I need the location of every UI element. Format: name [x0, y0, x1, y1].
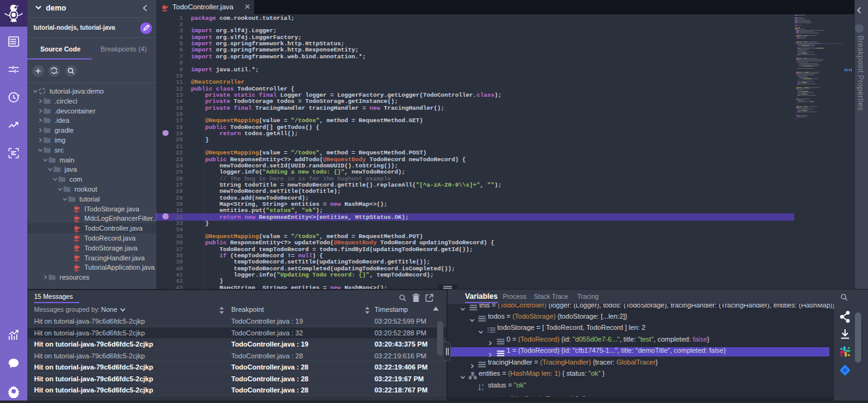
svg-text:Z: Z: [482, 388, 484, 391]
svg-text:A: A: [482, 383, 484, 387]
